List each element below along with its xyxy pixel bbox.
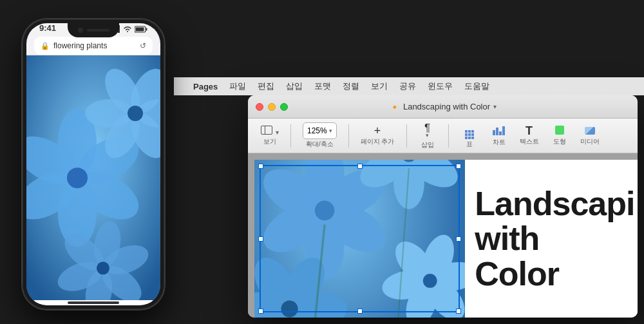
menubar-item-file[interactable]: 파일 <box>229 81 246 92</box>
menubar-item-arrange[interactable]: 정렬 <box>343 81 359 92</box>
window-title-text: Landscaping with Color <box>403 102 490 111</box>
zoom-value: 125% <box>307 126 327 135</box>
shape-icon <box>555 125 564 137</box>
toolbar-group-insert: ¶ ▾ 삽입 <box>411 120 444 152</box>
svg-point-21 <box>281 300 298 317</box>
toolbar-sep-1 <box>290 124 291 148</box>
svg-rect-36 <box>146 28 147 30</box>
title-chevron-icon[interactable]: ▾ <box>493 103 497 110</box>
iphone-notch <box>68 23 119 37</box>
view-icon: ▾ <box>261 125 279 137</box>
text-icon: T <box>526 125 533 137</box>
iphone-flower-image <box>26 55 160 300</box>
window-titlebar: 🔸 Landscaping with Color ▾ <box>248 95 638 119</box>
document-text-area: Landscapi with Color <box>465 160 638 318</box>
text-label: 텍스트 <box>520 137 539 146</box>
title-line-1: Landscapi <box>475 185 634 222</box>
insert-label: 삽입 <box>421 140 434 149</box>
toolbar-group-objects: 표 차트 T 텍스트 <box>453 120 607 151</box>
toolbar-sep-4 <box>448 124 449 148</box>
shape-label: 도형 <box>553 137 566 146</box>
iphone-device: 9:41 <box>10 6 216 318</box>
svg-point-52 <box>128 106 143 121</box>
zoom-control[interactable]: 125% ▾ <box>303 122 337 139</box>
text-button[interactable]: T 텍스트 <box>515 122 544 149</box>
window-maximize-button[interactable] <box>280 103 288 111</box>
plus-icon: + <box>374 125 381 137</box>
media-label: 미디어 <box>580 137 600 146</box>
svg-point-45 <box>67 167 88 188</box>
table-label: 표 <box>466 140 473 149</box>
notch-speaker <box>87 29 109 32</box>
menubar-item-help[interactable]: 도움말 <box>464 81 489 92</box>
toolbar-sep-2 <box>348 124 349 148</box>
menubar-item-edit[interactable]: 편집 <box>258 81 274 92</box>
iphone-content <box>26 55 160 300</box>
toolbar-group-zoom: 125% ▾ 확대/축소 <box>295 120 345 151</box>
window-controls <box>256 103 288 111</box>
media-button[interactable]: 미디어 <box>575 122 605 149</box>
svg-point-59 <box>97 262 109 274</box>
menubar-item-window[interactable]: 윈도우 <box>428 81 453 92</box>
battery-icon <box>135 26 147 33</box>
toolbar-group-view: ▾ 보기 <box>253 122 287 149</box>
address-field[interactable]: 🔒 flowering plants ↺ <box>34 37 153 55</box>
wifi-icon <box>123 25 132 33</box>
address-text: flowering plants <box>53 41 107 50</box>
title-line-2: with Color <box>475 220 559 292</box>
table-icon <box>465 123 474 139</box>
table-button[interactable]: 표 <box>455 120 484 151</box>
window-minimize-button[interactable] <box>268 103 276 111</box>
toolbar-sep-3 <box>406 124 407 148</box>
iphone-frame: 9:41 <box>23 19 164 309</box>
svg-point-7 <box>315 201 335 221</box>
flower-background <box>254 160 465 318</box>
iphone-screen: 9:41 <box>26 23 160 305</box>
window-close-button[interactable] <box>256 103 263 111</box>
document-title: Landscapi with Color <box>475 186 628 292</box>
insert-button[interactable]: ¶ ▾ 삽입 <box>413 120 442 152</box>
view-label: 보기 <box>263 137 276 146</box>
document-icon: 🔸 <box>389 102 400 112</box>
chart-button[interactable]: 차트 <box>485 122 513 149</box>
iphone-home-indicator <box>26 300 160 305</box>
lock-icon: 🔒 <box>41 42 50 50</box>
zoom-label: 확대/축소 <box>306 140 334 149</box>
status-time: 9:41 <box>39 23 56 33</box>
window-toolbar: ▾ 보기 125% ▾ 확대/축소 + 페이지 추가 <box>248 119 638 153</box>
zoom-button[interactable]: 125% ▾ 확대/축소 <box>298 120 342 151</box>
home-bar <box>68 301 119 304</box>
menubar-item-view[interactable]: 보기 <box>371 81 388 92</box>
menubar-item-share[interactable]: 공유 <box>399 81 416 92</box>
add-label: 페이지 추가 <box>361 137 395 146</box>
notch-camera <box>78 28 83 33</box>
window-title: 🔸 Landscaping with Color ▾ <box>389 102 497 112</box>
menubar: Pages 파일 편집 삽입 포맷 정렬 보기 공유 윈도우 도움말 <box>174 77 644 95</box>
menubar-item-format[interactable]: 포맷 <box>314 81 331 92</box>
svg-rect-37 <box>136 27 144 31</box>
chart-icon <box>493 125 505 137</box>
pages-window: 🔸 Landscaping with Color ▾ ▾ 보기 125% <box>248 95 638 318</box>
document-page: Landscapi with Color <box>254 160 638 318</box>
add-page-button[interactable]: + 페이지 추가 <box>355 122 400 149</box>
view-button[interactable]: ▾ 보기 <box>256 122 284 149</box>
reload-icon[interactable]: ↺ <box>140 41 146 50</box>
shape-button[interactable]: 도형 <box>545 122 574 149</box>
menubar-item-insert[interactable]: 삽입 <box>286 81 303 92</box>
zoom-chevron: ▾ <box>329 128 332 134</box>
svg-point-28 <box>423 274 437 288</box>
toolbar-group-add: + 페이지 추가 <box>353 122 402 149</box>
media-icon <box>585 125 595 137</box>
chart-label: 차트 <box>493 138 506 147</box>
safari-addressbar: 🔒 flowering plants ↺ <box>26 37 160 55</box>
document-image[interactable] <box>254 160 465 318</box>
pages-canvas: Landscapi with Color <box>248 153 638 318</box>
